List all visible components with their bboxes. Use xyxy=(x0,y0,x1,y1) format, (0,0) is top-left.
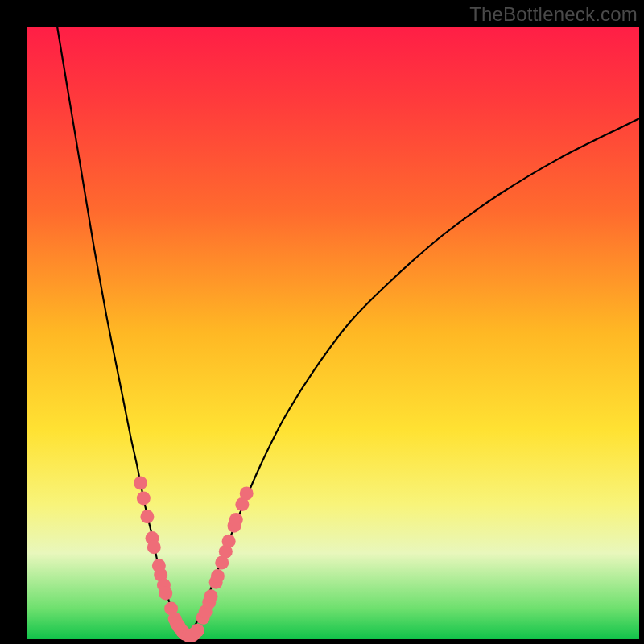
data-marker xyxy=(240,486,254,500)
curve-layer xyxy=(0,0,644,644)
data-marker xyxy=(159,586,172,600)
curve-right-curve xyxy=(186,118,639,636)
curve-left-curve xyxy=(57,27,186,636)
data-marker xyxy=(211,569,225,583)
data-marker xyxy=(137,491,151,505)
data-marker xyxy=(140,510,154,523)
data-marker xyxy=(229,513,243,526)
data-marker xyxy=(204,589,218,603)
data-marker xyxy=(222,535,236,548)
data-marker xyxy=(191,624,204,638)
chart-frame: TheBottleneck.com xyxy=(0,0,644,644)
data-marker xyxy=(134,476,147,489)
data-marker xyxy=(147,540,161,554)
watermark-text: TheBottleneck.com xyxy=(469,3,638,26)
